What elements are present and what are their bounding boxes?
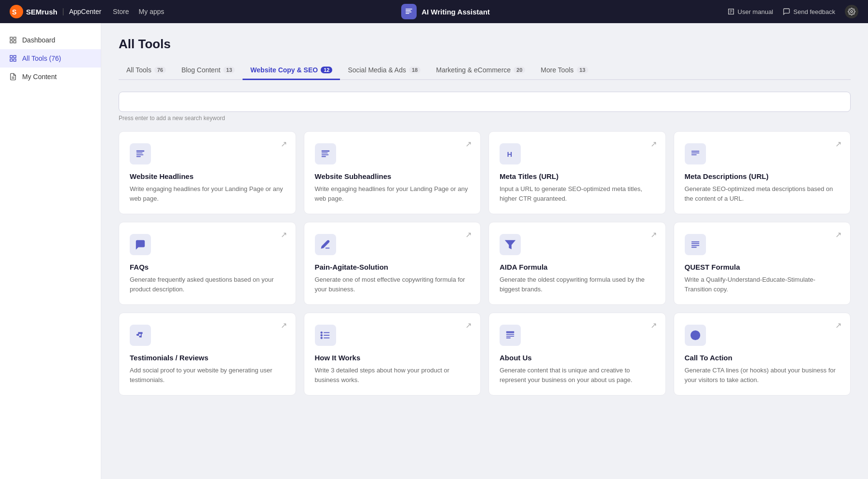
- tab-marketing-ecommerce[interactable]: Marketing & eCommerce 20: [428, 61, 533, 80]
- tab-website-copy-seo[interactable]: Website Copy & SEO 12: [243, 61, 340, 80]
- svg-rect-20: [136, 156, 141, 157]
- tab-more-tools[interactable]: More Tools 13: [533, 61, 596, 80]
- sidebar: Dashboard All Tools (76) My Content: [0, 23, 101, 479]
- tab-all-tools[interactable]: All Tools 76: [119, 61, 174, 80]
- tab-more-count: 13: [577, 67, 588, 73]
- card-desc-8: Add social proof to your website by gene…: [130, 366, 285, 384]
- arrow-icon-8: ↗: [281, 321, 287, 330]
- svg-rect-28: [691, 154, 696, 155]
- svg-rect-41: [506, 334, 515, 335]
- my-content-icon: [9, 72, 17, 81]
- card-desc-1: Write engaging headlines for your Landin…: [315, 184, 470, 203]
- sidebar-item-dashboard[interactable]: Dashboard: [0, 31, 101, 49]
- tab-social-media-ads[interactable]: Social Media & Ads 18: [340, 61, 428, 80]
- svg-point-45: [694, 334, 697, 337]
- card-pain-agitate[interactable]: ↗ Pain-Agitate-Solution Generate one of …: [304, 222, 481, 305]
- settings-button[interactable]: [845, 5, 858, 18]
- card-meta-descriptions[interactable]: ↗ Meta Descriptions (URL) Generate SEO-o…: [674, 131, 851, 214]
- svg-rect-10: [14, 41, 16, 43]
- tab-all-tools-count: 76: [154, 67, 166, 73]
- svg-text:S: S: [12, 8, 16, 16]
- card-title-6: AIDA Formula: [500, 263, 655, 271]
- svg-rect-18: [136, 152, 143, 153]
- card-title-0: Website Headlines: [130, 172, 285, 180]
- card-quest-formula[interactable]: ↗ QUEST Formula Write a Qualify-Understa…: [674, 222, 851, 305]
- arrow-icon-6: ↗: [651, 230, 657, 239]
- card-website-headlines[interactable]: ↗ Website Headlines Write engaging headl…: [119, 131, 296, 214]
- arrow-icon-2: ↗: [651, 139, 657, 149]
- svg-rect-4: [406, 12, 411, 13]
- card-icon-5: [315, 234, 336, 255]
- app-title: AI Writing Assistant: [421, 8, 490, 16]
- card-faqs[interactable]: ↗ FAQs Generate frequently asked questio…: [119, 222, 296, 305]
- search-input[interactable]: [119, 92, 851, 112]
- svg-rect-13: [10, 59, 13, 61]
- tab-social-count: 18: [409, 67, 420, 73]
- card-call-to-action[interactable]: ↗ Call To Action Generate CTA lines (or …: [674, 313, 851, 396]
- tab-blog-content[interactable]: Blog Content 13: [174, 61, 243, 80]
- svg-rect-11: [10, 55, 13, 58]
- user-manual-link[interactable]: User manual: [727, 8, 773, 15]
- svg-rect-12: [14, 55, 16, 58]
- svg-rect-17: [136, 151, 145, 152]
- svg-rect-24: [321, 156, 326, 157]
- card-icon-6: [500, 234, 521, 255]
- card-title-4: FAQs: [130, 263, 285, 271]
- card-icon-4: [130, 234, 151, 255]
- card-desc-2: Input a URL to generate SEO-optimized me…: [500, 184, 655, 203]
- search-hint: Press enter to add a new search keyword: [119, 115, 851, 122]
- card-desc-3: Generate SEO-optimized meta descriptions…: [685, 184, 840, 203]
- card-title-2: Meta Titles (URL): [500, 172, 655, 180]
- svg-rect-7: [10, 37, 13, 40]
- tab-blog-count: 13: [223, 67, 235, 73]
- svg-rect-22: [321, 152, 327, 153]
- sidebar-all-tools-label: All Tools (76): [22, 55, 61, 62]
- svg-rect-19: [136, 154, 144, 155]
- card-icon-1: [315, 143, 336, 164]
- card-desc-5: Generate one of most effective copywriti…: [315, 275, 470, 294]
- top-navigation: S SEMrush | AppCenter Store My apps AI W…: [0, 0, 868, 23]
- svg-rect-23: [321, 154, 328, 155]
- card-icon-2: H: [500, 143, 521, 164]
- card-website-subheadlines[interactable]: ↗ Website Subheadlines Write engaging he…: [304, 131, 481, 214]
- arrow-icon-9: ↗: [465, 321, 472, 330]
- card-desc-11: Generate CTA lines (or hooks) about your…: [685, 366, 840, 384]
- arrow-icon-4: ↗: [281, 230, 287, 239]
- sidebar-item-my-content[interactable]: My Content: [0, 68, 101, 86]
- card-title-1: Website Subheadlines: [315, 172, 470, 180]
- card-how-it-works[interactable]: ↗ How It Works Write 3 detailed steps ab…: [304, 313, 481, 396]
- svg-rect-21: [321, 151, 329, 152]
- card-meta-titles[interactable]: ↗ H Meta Titles (URL) Input a URL to gen…: [488, 131, 666, 214]
- semrush-logo[interactable]: S SEMrush | AppCenter: [10, 5, 101, 18]
- svg-rect-42: [506, 336, 515, 337]
- my-apps-link[interactable]: My apps: [139, 8, 164, 15]
- card-icon-10: [500, 325, 521, 346]
- svg-rect-14: [14, 59, 16, 61]
- sidebar-my-content-label: My Content: [22, 73, 57, 81]
- card-icon-8: [130, 325, 151, 346]
- card-title-7: QUEST Formula: [685, 263, 840, 271]
- svg-rect-43: [506, 338, 511, 339]
- svg-point-39: [321, 337, 322, 339]
- svg-text:H: H: [507, 151, 513, 158]
- card-desc-0: Write engaging headlines for your Landin…: [130, 184, 285, 203]
- send-feedback-link[interactable]: Send feedback: [783, 8, 835, 15]
- page-title: All Tools: [119, 37, 851, 52]
- card-title-3: Meta Descriptions (URL): [685, 172, 840, 180]
- tab-website-count: 12: [321, 67, 332, 73]
- arrow-icon-3: ↗: [835, 139, 841, 149]
- card-testimonials[interactable]: ↗ Testimonials / Reviews Add social proo…: [119, 313, 296, 396]
- tools-grid: ↗ Website Headlines Write engaging headl…: [119, 131, 851, 396]
- svg-point-38: [321, 335, 322, 336]
- topnav-right: User manual Send feedback: [727, 5, 858, 18]
- tabs-bar: All Tools 76 Blog Content 13 Website Cop…: [119, 61, 851, 80]
- arrow-icon-0: ↗: [281, 139, 287, 149]
- card-icon-11: [685, 325, 706, 346]
- tab-marketing-count: 20: [514, 67, 525, 73]
- sidebar-item-all-tools[interactable]: All Tools (76): [0, 49, 101, 68]
- card-about-us[interactable]: ↗ About Us Generate content that is uniq…: [488, 313, 666, 396]
- store-link[interactable]: Store: [113, 8, 129, 15]
- card-aida-formula[interactable]: ↗ AIDA Formula Generate the oldest copyw…: [488, 222, 666, 305]
- card-title-11: Call To Action: [685, 354, 840, 362]
- topnav-center: AI Writing Assistant: [176, 4, 716, 19]
